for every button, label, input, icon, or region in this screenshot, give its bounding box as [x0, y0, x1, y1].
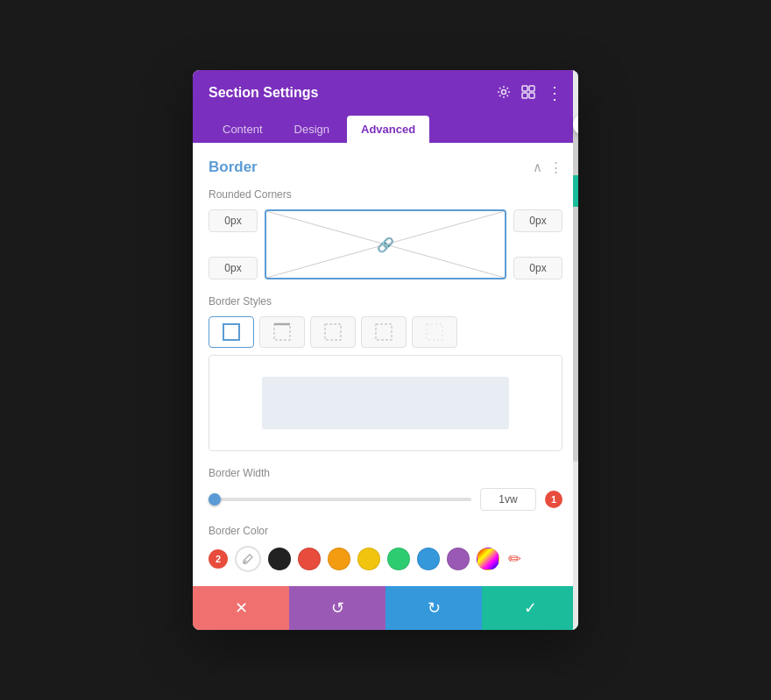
- more-icon[interactable]: ⋮: [546, 84, 562, 102]
- top-left-corner-input[interactable]: [209, 209, 258, 232]
- slider-thumb[interactable]: [209, 493, 221, 506]
- svg-rect-3: [522, 93, 527, 98]
- bottom-left-corner-input[interactable]: [209, 257, 258, 279]
- svg-rect-11: [376, 324, 392, 340]
- border-color-badge[interactable]: 2: [209, 549, 228, 569]
- svg-rect-12: [427, 324, 442, 340]
- panel-title: Section Settings: [209, 85, 318, 101]
- border-style-bottom[interactable]: [361, 316, 407, 348]
- svg-rect-8: [274, 324, 290, 340]
- color-swatch-blue[interactable]: [417, 548, 440, 570]
- redo-button[interactable]: ↻: [386, 586, 482, 630]
- color-swatch-purple[interactable]: [447, 548, 470, 570]
- color-picker-icon[interactable]: [235, 546, 261, 572]
- svg-rect-7: [223, 324, 239, 340]
- border-width-input[interactable]: [480, 488, 536, 511]
- style-preview-area: [209, 355, 562, 451]
- section-settings-panel: Section Settings ⋮: [193, 70, 578, 630]
- collapse-icon[interactable]: ∧: [533, 159, 542, 175]
- color-swatch-green[interactable]: [387, 548, 410, 570]
- color-swatch-red[interactable]: [298, 548, 321, 570]
- svg-rect-2: [529, 86, 534, 91]
- border-style-options: [209, 316, 562, 348]
- teal-side-button[interactable]: [573, 175, 578, 207]
- settings-icon[interactable]: [497, 85, 511, 102]
- border-width-reset-badge[interactable]: 1: [545, 491, 562, 508]
- svg-point-0: [502, 89, 506, 94]
- link-icon[interactable]: 🔗: [377, 237, 394, 253]
- tab-content[interactable]: Content: [209, 116, 277, 143]
- corner-inputs-right: [513, 209, 562, 279]
- panel-body: Border ∧ ⋮ Rounded Corners: [193, 143, 578, 586]
- border-color-label: Border Color: [209, 525, 562, 537]
- svg-rect-1: [522, 86, 527, 91]
- tab-design[interactable]: Design: [280, 116, 343, 143]
- rounded-corners-label: Rounded Corners: [209, 188, 562, 201]
- tabs-bar: Content Design Advanced: [193, 116, 578, 143]
- cancel-button[interactable]: ✕: [193, 586, 289, 630]
- layout-icon[interactable]: [521, 85, 535, 102]
- panel-header: Section Settings ⋮: [193, 70, 578, 116]
- tab-advanced[interactable]: Advanced: [347, 116, 429, 143]
- color-swatch-gradient[interactable]: [477, 548, 499, 570]
- section-controls: ∧ ⋮: [533, 159, 562, 175]
- color-swatch-orange[interactable]: [328, 548, 350, 570]
- border-width-row: 1: [209, 488, 562, 511]
- footer-buttons: ✕ ↺ ↻ ✓: [193, 586, 578, 630]
- border-width-slider[interactable]: [209, 498, 471, 501]
- border-style-sides[interactable]: [310, 316, 356, 348]
- border-style-top[interactable]: [259, 316, 305, 348]
- border-section-title: Border: [209, 159, 258, 176]
- top-right-corner-input[interactable]: [513, 209, 562, 232]
- corner-inputs-left: [209, 209, 258, 279]
- color-swatch-black[interactable]: [268, 548, 291, 570]
- corners-container: 🔗: [209, 209, 562, 279]
- svg-rect-10: [325, 324, 341, 340]
- color-row: 2 ✏: [209, 546, 562, 586]
- border-section-header: Border ∧ ⋮: [209, 159, 562, 176]
- save-button[interactable]: ✓: [482, 586, 578, 630]
- border-style-none[interactable]: [412, 316, 457, 348]
- color-picker-tool[interactable]: ✏: [508, 549, 521, 569]
- style-preview-inner: [262, 377, 508, 428]
- undo-button[interactable]: ↺: [289, 586, 386, 630]
- bottom-right-corner-input[interactable]: [513, 257, 562, 279]
- corner-preview-box: 🔗: [265, 209, 506, 279]
- svg-rect-4: [529, 93, 534, 98]
- border-style-solid[interactable]: [209, 316, 254, 348]
- header-icons: ⋮: [497, 84, 562, 102]
- border-styles-label: Border Styles: [209, 295, 562, 308]
- scrollbar[interactable]: [573, 70, 578, 630]
- border-width-label: Border Width: [209, 467, 562, 479]
- color-swatch-yellow[interactable]: [357, 548, 380, 570]
- section-more-icon[interactable]: ⋮: [549, 159, 562, 175]
